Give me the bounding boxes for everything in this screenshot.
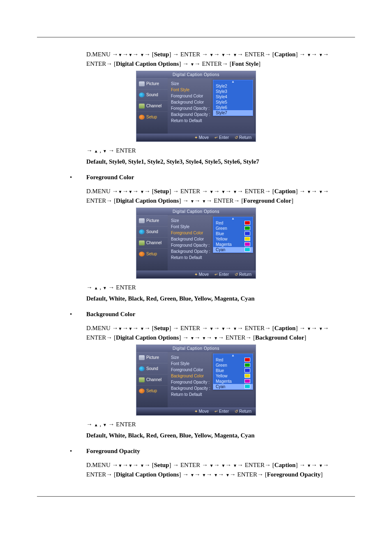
sound-icon	[139, 366, 145, 371]
arrows-enter-text: → , → ENTER	[86, 146, 355, 155]
osd-tabs: Picture Sound Channel Setup	[136, 78, 168, 134]
osd-list: SizeFont StyleForeground ColorBackground…	[168, 352, 256, 407]
tab-picture[interactable]: Picture	[136, 78, 168, 89]
arrows-enter-text-2: → , → ENTER	[86, 283, 355, 292]
sound-icon	[139, 229, 145, 234]
color-swatch	[244, 231, 250, 236]
osd-option[interactable]: Blue	[213, 368, 253, 373]
enter-icon: ↵	[214, 409, 218, 414]
return-icon: ↺	[235, 135, 238, 140]
tab-setup[interactable]: Setup	[136, 111, 168, 123]
osd-footer: ✦Move ↵Enter ↺Return	[136, 134, 256, 141]
osd-option[interactable]: Red	[213, 220, 253, 226]
osd-screenshot-bg-color: Digital Caption Options Picture Sound Ch…	[37, 345, 355, 416]
path-bg-color: D.MENU →→→ → [Setup] → ENTER → → → → ENT…	[86, 324, 355, 343]
channel-icon	[139, 377, 145, 382]
sound-icon	[139, 92, 145, 97]
osd-screenshot-font-style: Digital Caption Options Picture Sound Ch…	[37, 71, 355, 142]
bullet-foreground-color: • Foreground Color	[70, 174, 355, 181]
bullet-dot: •	[70, 174, 86, 181]
osd-option[interactable]: Style3	[213, 89, 253, 94]
color-swatch	[244, 379, 250, 383]
osd-option[interactable]: Style7	[213, 110, 253, 116]
color-swatch	[244, 237, 250, 241]
gear-icon	[139, 252, 145, 257]
osd-option[interactable]: Red	[213, 357, 253, 363]
tab-setup[interactable]: Setup	[136, 385, 168, 396]
enter-icon: ↵	[214, 135, 218, 140]
osd-option[interactable]: Blue	[213, 231, 253, 236]
osd-option[interactable]: Magenta	[213, 242, 253, 247]
bg-color-values: Default, White, Black, Red, Green, Blue,…	[86, 431, 355, 440]
osd-option[interactable]: Cyan	[213, 384, 253, 389]
osd-window: Digital Caption Options Picture Sound Ch…	[136, 208, 256, 279]
heading-fg-opacity: Foreground Opacity	[86, 448, 140, 455]
channel-icon	[139, 240, 145, 245]
color-swatch	[244, 363, 250, 367]
osd-option[interactable]: Style4	[213, 94, 253, 99]
osd-list: SizeFont StyleForeground ColorBackground…	[168, 215, 256, 271]
osd-option[interactable]: Yellow	[213, 236, 253, 242]
osd-option[interactable]: Yellow	[213, 373, 253, 379]
tab-picture[interactable]: Picture	[136, 352, 168, 363]
tab-setup[interactable]: Setup	[136, 248, 168, 259]
osd-option[interactable]: Style6	[213, 105, 253, 110]
color-swatch	[244, 247, 250, 252]
color-swatch	[244, 368, 250, 372]
path-fg-color: D.MENU →→→ → [Setup] → ENTER → → → → ENT…	[86, 187, 355, 206]
horizontal-rule	[37, 37, 355, 37]
arrows-enter-text-3: → , → ENTER	[86, 420, 355, 429]
enter-icon: ↵	[214, 272, 218, 277]
osd-option[interactable]: Green	[213, 226, 253, 231]
osd-title: Digital Caption Options	[136, 208, 256, 215]
tab-sound[interactable]: Sound	[136, 363, 168, 374]
horizontal-rule-bottom	[37, 496, 355, 497]
osd-list: SizeFont StyleForeground ColorBackground…	[168, 78, 256, 134]
return-icon: ↺	[235, 272, 238, 277]
picture-icon	[139, 81, 145, 86]
osd-row: Return to Default	[171, 254, 254, 261]
scroll-up-icon: ▲	[213, 217, 253, 220]
path-fg-opacity: D.MENU →→→ → [Setup] → ENTER → → → → ENT…	[86, 460, 355, 480]
font-style-values: Default, Style0, Style1, Style2, Style3,…	[86, 157, 355, 166]
color-swatch	[244, 221, 250, 225]
path-font-style: D.MENU →→→ → [Setup] → ENTER → → → → ENT…	[86, 50, 355, 69]
scroll-up-icon: ▲	[213, 80, 253, 83]
tab-sound[interactable]: Sound	[136, 226, 168, 237]
tab-channel[interactable]: Channel	[136, 374, 168, 385]
osd-option[interactable]: Style2	[213, 83, 253, 89]
osd-tabs: Picture Sound Channel Setup	[136, 215, 168, 271]
scroll-up-icon: ▲	[213, 354, 253, 357]
osd-option[interactable]: Cyan	[213, 247, 253, 252]
return-icon: ↺	[235, 409, 238, 414]
tab-channel[interactable]: Channel	[136, 237, 168, 248]
tab-sound[interactable]: Sound	[136, 89, 168, 100]
osd-popup: ▲RedGreenBlueYellowMagentaCyan	[213, 354, 253, 390]
osd-window: Digital Caption Options Picture Sound Ch…	[136, 71, 256, 142]
channel-icon	[139, 104, 145, 109]
bg-color-values-text: Default, White, Black, Red, Green, Blue,…	[86, 432, 255, 439]
color-swatch	[244, 358, 250, 362]
move-icon: ✦	[194, 135, 198, 140]
color-swatch	[244, 374, 250, 378]
bullet-dot: •	[70, 448, 86, 455]
osd-footer: ✦Move ↵Enter ↺Return	[136, 407, 256, 415]
tab-picture[interactable]: Picture	[136, 215, 168, 226]
osd-option[interactable]: Style5	[213, 99, 253, 105]
gear-icon	[139, 388, 145, 393]
color-swatch	[244, 242, 250, 246]
heading-background-color: Background Color	[86, 311, 135, 318]
heading-foreground-color: Foreground Color	[86, 174, 134, 181]
osd-option[interactable]: Green	[213, 363, 253, 368]
gear-icon	[139, 115, 145, 120]
bullet-background-color: • Background Color	[70, 311, 355, 318]
osd-option[interactable]: Magenta	[213, 379, 253, 384]
picture-icon	[139, 355, 145, 360]
move-icon: ✦	[194, 409, 198, 414]
color-swatch	[244, 384, 250, 388]
tab-channel[interactable]: Channel	[136, 100, 168, 111]
bullet-fg-opacity: • Foreground Opacity	[70, 448, 355, 455]
fg-color-values: Default, White, Black, Red, Green, Blue,…	[86, 294, 355, 303]
osd-footer: ✦Move ↵Enter ↺Return	[136, 271, 256, 278]
fg-color-values-text: Default, White, Black, Red, Green, Blue,…	[86, 295, 255, 302]
